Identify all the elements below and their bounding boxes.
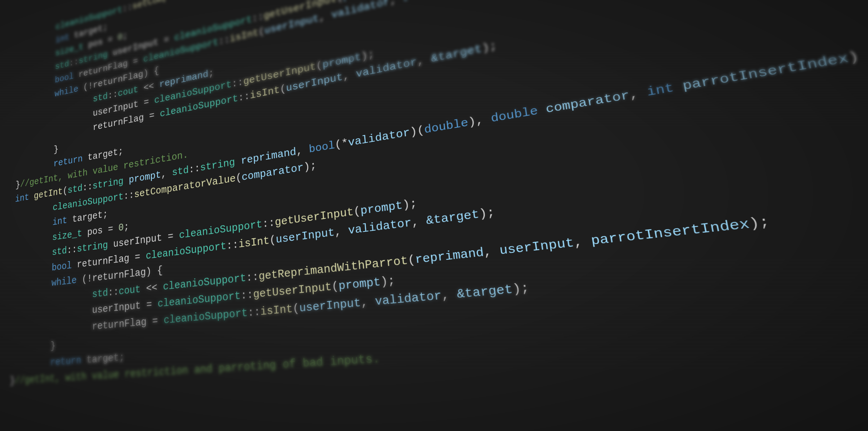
- code-editor-surface[interactable]: cleanioSupport::setComparatorValue(compa…: [10, 0, 868, 389]
- token-pun: ,: [296, 143, 310, 158]
- token-pun: ::: [226, 238, 239, 252]
- token-pun: (: [279, 83, 286, 96]
- token-var: &target: [456, 282, 514, 301]
- token-fn: isInt: [238, 234, 270, 250]
- token-op: =: [135, 251, 141, 263]
- token-plain: [152, 298, 158, 310]
- token-num: 0: [119, 222, 124, 234]
- token-plain: [154, 109, 160, 121]
- token-pun: ,: [416, 53, 432, 68]
- token-type: size_t: [52, 227, 82, 243]
- token-pun: (: [258, 26, 265, 38]
- token-op: =: [108, 223, 113, 235]
- token-plain: [235, 155, 241, 168]
- indent: [12, 277, 52, 293]
- token-pun: ::: [231, 76, 243, 90]
- token-type: std: [93, 91, 108, 104]
- token-pun: (: [63, 185, 68, 197]
- token-op: <<: [138, 79, 160, 95]
- token-type: std: [172, 164, 189, 178]
- token-pun: (*: [335, 137, 349, 152]
- token-pun: ::: [67, 244, 77, 256]
- token-op: =: [167, 230, 174, 243]
- token-pun: ;: [124, 221, 129, 233]
- token-pun: ,: [483, 243, 500, 259]
- token-pun: ,: [389, 0, 404, 7]
- token-pun: }: [10, 375, 15, 387]
- token-var: prompt: [360, 199, 403, 218]
- token-pun: ::: [69, 56, 79, 69]
- editor-stage: cleanioSupport::setComparatorValue(compa…: [0, 0, 868, 431]
- token-pun: ::: [238, 90, 250, 104]
- token-pun: ,: [360, 295, 376, 310]
- token-kw: bool: [55, 71, 74, 85]
- token-fn: getInt: [34, 186, 63, 202]
- token-pun: ,: [628, 85, 648, 102]
- token-pun: ::: [246, 270, 259, 284]
- token-pun: }: [15, 179, 20, 190]
- token-var: validator: [375, 289, 442, 308]
- token-pun: ,: [441, 287, 458, 303]
- token-pun: (: [292, 302, 300, 316]
- token-pun: ::: [188, 162, 200, 176]
- token-plain: [158, 314, 164, 327]
- token-pun: ::: [123, 189, 134, 202]
- token-type: cout: [118, 84, 138, 99]
- token-type: std: [92, 287, 108, 300]
- token-plain: [173, 229, 179, 242]
- token-op: <<: [141, 281, 163, 295]
- token-plain: [169, 33, 175, 44]
- token-pun: (: [269, 233, 276, 247]
- token-pun: ) {: [846, 45, 868, 66]
- indent: [13, 247, 52, 263]
- token-pun: ::: [108, 286, 119, 298]
- token-op: =: [152, 314, 158, 328]
- token-pun: ,: [342, 68, 356, 83]
- token-pun: ;: [122, 30, 127, 41]
- token-pun: (: [336, 0, 343, 4]
- token-pun: ::: [83, 181, 93, 193]
- token-type: string: [77, 239, 108, 255]
- token-pun: ),: [467, 112, 492, 129]
- token-plain: [138, 54, 143, 66]
- token-var: &target: [425, 207, 480, 227]
- token-op: =: [144, 96, 149, 108]
- token-pun: );: [512, 280, 530, 297]
- token-plain: pos: [82, 224, 108, 239]
- token-plain: [29, 191, 34, 202]
- token-pun: ;: [208, 67, 214, 79]
- token-plain: [113, 33, 118, 44]
- token-pun: }: [51, 340, 56, 352]
- token-pun: );: [303, 159, 317, 173]
- token-type: std: [55, 59, 69, 72]
- token-pun: );: [380, 274, 396, 289]
- token-op: =: [108, 34, 113, 45]
- token-plain: returnFlag: [92, 315, 152, 333]
- token-pun: (: [235, 171, 242, 184]
- token-type: std: [52, 245, 67, 258]
- token-var: prompt: [338, 275, 381, 293]
- token-pun: ::: [122, 2, 132, 14]
- token-pun: );: [481, 39, 498, 55]
- token-plain: [113, 222, 119, 234]
- token-kw: while: [52, 274, 76, 289]
- token-pun: ::: [252, 11, 264, 24]
- token-op: =: [146, 298, 152, 311]
- token-pun: ,: [334, 224, 349, 239]
- token-type: cout: [119, 283, 141, 297]
- token-kw: return: [50, 354, 81, 368]
- token-plain: [140, 250, 146, 263]
- token-var: userInput: [299, 296, 361, 315]
- indent: [11, 340, 51, 356]
- token-pun: );: [478, 205, 496, 221]
- token-pun: ,: [573, 233, 592, 250]
- token-op: =: [163, 34, 169, 45]
- token-kw: bool: [309, 139, 336, 156]
- token-pun: );: [402, 197, 417, 212]
- token-kw: bool: [52, 260, 72, 273]
- token-plain: userInput: [92, 299, 146, 316]
- token-pun: ::: [240, 288, 253, 302]
- token-kw: int: [55, 32, 69, 45]
- token-kw: int: [646, 81, 675, 99]
- token-fn: isInt: [260, 302, 293, 318]
